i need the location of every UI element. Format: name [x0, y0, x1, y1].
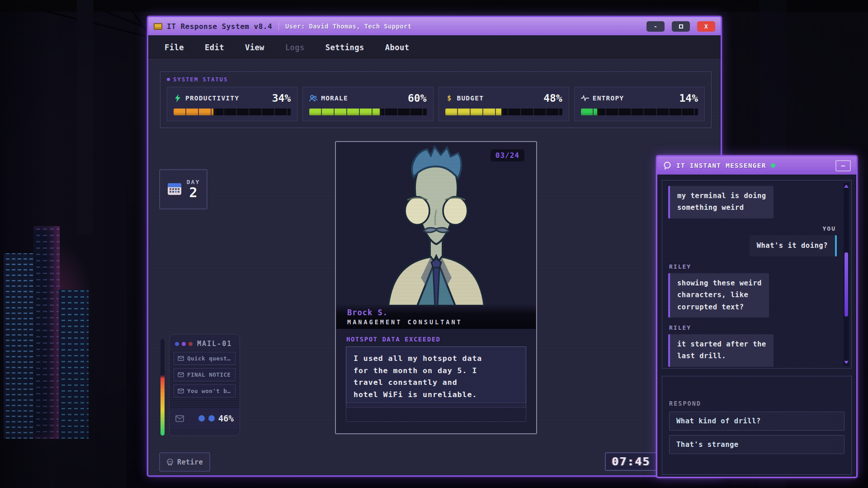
character-portrait	[359, 142, 513, 306]
chat-message-row: YOU What's it doing?	[668, 225, 837, 256]
mail-dot-icon	[175, 342, 179, 346]
entropy-bar	[581, 109, 698, 115]
respond-label: RESPOND	[669, 400, 844, 407]
menu-edit[interactable]: Edit	[198, 38, 231, 57]
chat-bubble-riley: it started after the last drill.	[668, 334, 774, 367]
mail-item-subject: You won't b…	[187, 388, 231, 394]
skull-icon	[166, 459, 174, 466]
character-message: I used all my hotspot data for the month…	[354, 353, 519, 401]
chat-message-row: RILEY it started after the last drill.	[668, 324, 837, 367]
people-icon	[309, 94, 317, 102]
stat-card-entropy: ENTROPY 14%	[574, 87, 705, 121]
menu-about[interactable]: About	[379, 38, 416, 57]
sender-label: RILEY	[669, 324, 836, 331]
stat-label: PRODUCTIVITY	[185, 95, 239, 102]
day-counter-panel: DAY 2	[159, 169, 208, 209]
chat-bubble-riley: showing these weird characters, like cor…	[668, 273, 769, 317]
scroll-down-icon[interactable]	[844, 361, 849, 364]
mail-item[interactable]: Quick quest…	[174, 352, 236, 365]
ceiling-beam	[0, 0, 868, 12]
window-title: IT Response System v8.4	[167, 22, 272, 31]
morale-bar	[309, 109, 426, 115]
character-name: Brock S.	[347, 308, 536, 317]
maximize-button[interactable]	[672, 21, 690, 32]
messenger-title: IT INSTANT MESSENGER	[676, 162, 766, 169]
status-dot-icon	[167, 78, 170, 81]
chat-scrollbar[interactable]	[844, 183, 849, 366]
timer-display: 07:45	[605, 452, 657, 471]
game-screen: IT Response System v8.4 User: David Thom…	[0, 0, 868, 488]
stat-card-morale: MORALE 60%	[302, 87, 433, 121]
stat-value: 60%	[408, 92, 427, 104]
menu-settings[interactable]: Settings	[319, 38, 371, 57]
user-info: User: David Thomas, Tech Support	[285, 23, 411, 30]
building	[4, 253, 35, 439]
maximize-icon	[679, 24, 683, 28]
mail-item[interactable]: FINAL NOTICE	[174, 368, 236, 381]
productivity-bar	[174, 109, 291, 115]
calendar-icon	[167, 181, 182, 198]
mail-dot-icon	[189, 342, 193, 346]
sender-label: RILEY	[669, 263, 836, 270]
mail-percent: 46%	[218, 413, 234, 423]
envelope-icon	[178, 389, 184, 393]
close-button[interactable]: X	[697, 21, 715, 32]
chat-bubble-icon	[663, 161, 672, 170]
mail-item[interactable]: You won't b…	[174, 384, 236, 398]
stat-value: 34%	[272, 92, 291, 104]
mail-footer: 46%	[170, 408, 240, 429]
messenger-window: IT INSTANT MESSENGER – my terminal is do…	[656, 155, 858, 478]
empty-response-slot	[346, 403, 526, 422]
chat-bubble-you: What's it doing?	[750, 235, 837, 256]
scroll-up-icon[interactable]	[844, 185, 849, 188]
messenger-minimize-button[interactable]: –	[835, 160, 851, 171]
stat-label: BUDGET	[457, 95, 484, 102]
mail-title: MAIL-01	[197, 340, 232, 348]
titlebar-divider	[278, 22, 279, 31]
issue-label: HOTSPOT DATA EXCEEDED	[346, 336, 441, 343]
main-window: IT Response System v8.4 User: David Thom…	[147, 16, 722, 477]
stat-label: MORALE	[321, 95, 348, 102]
budget-bar	[445, 109, 562, 115]
online-status-dot	[771, 163, 775, 168]
window-titlebar: IT Response System v8.4 User: David Thom…	[148, 17, 721, 35]
pulse-icon	[581, 94, 589, 102]
retire-label: Retire	[177, 458, 203, 466]
stat-value: 48%	[543, 92, 562, 104]
bolt-icon	[174, 94, 182, 102]
timer-value: 07:45	[612, 455, 650, 468]
mail-level-meter	[160, 339, 165, 436]
building	[33, 226, 60, 439]
system-status-panel: SYSTEM STATUS PRODUCTIVITY 34%	[160, 71, 712, 128]
building	[59, 289, 89, 439]
retire-button[interactable]: Retire	[159, 452, 210, 472]
respond-option-1[interactable]: What kind of drill?	[669, 412, 844, 431]
menu-bar: File Edit View Logs Settings About	[148, 35, 721, 60]
respond-panel: RESPOND What kind of drill? That's stran…	[662, 376, 852, 475]
unread-dot-icon	[208, 415, 215, 422]
respond-option-2[interactable]: That's strange	[669, 435, 844, 454]
scrollbar-thumb[interactable]	[844, 252, 848, 317]
unread-dot-icon	[198, 415, 205, 422]
date-badge: 03/24	[491, 149, 524, 161]
envelope-icon	[178, 372, 184, 377]
envelope-icon	[175, 415, 184, 422]
background-pillar	[77, 0, 93, 235]
minimize-button[interactable]: -	[646, 21, 665, 32]
day-value: 2	[189, 185, 197, 200]
mail-dot-icon	[182, 342, 186, 346]
status-heading-label: SYSTEM STATUS	[173, 76, 228, 83]
sender-label: YOU	[669, 225, 836, 232]
chat-message-row: my terminal is doing something weird	[668, 186, 837, 218]
character-role: MANAGEMENT CONSULTANT	[347, 318, 536, 326]
mail-item-subject: Quick quest…	[187, 355, 231, 362]
character-message-box: I used all my hotspot data for the month…	[346, 346, 526, 407]
dollar-icon: $	[445, 94, 453, 102]
chat-history: my terminal is doing something weird YOU…	[662, 180, 852, 369]
menu-file[interactable]: File	[158, 38, 190, 57]
envelope-icon	[178, 356, 184, 361]
mail-list: Quick quest… FINAL NOTICE You won't b…	[170, 351, 240, 408]
menu-view[interactable]: View	[239, 38, 271, 57]
chat-bubble-riley: my terminal is doing something weird	[668, 186, 774, 218]
menu-logs[interactable]: Logs	[279, 38, 311, 57]
